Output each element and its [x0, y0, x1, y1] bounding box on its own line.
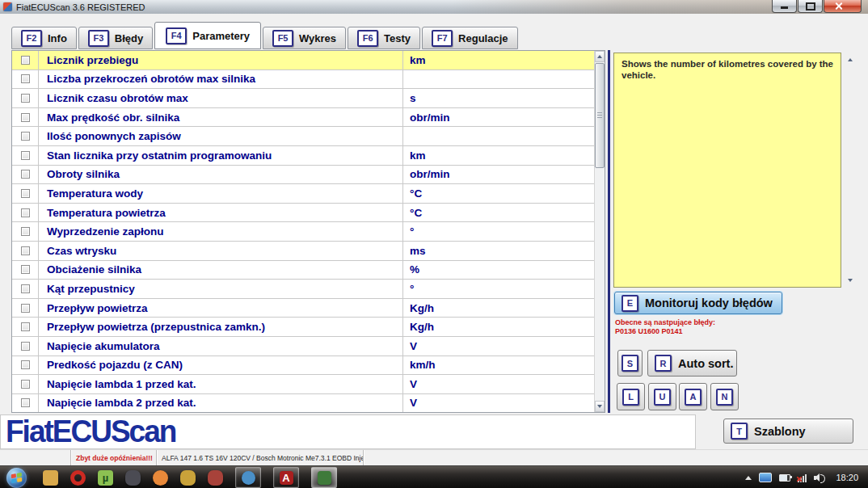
parameter-row[interactable]: Przepływ powietrza (przepustnica zamkn.)… [12, 318, 594, 337]
row-checkbox[interactable] [21, 74, 30, 83]
monitor-button-label: Monitoruj kody błędów [645, 297, 773, 309]
close-button[interactable] [824, 0, 862, 13]
row-checkbox[interactable] [21, 189, 30, 198]
scroll-thumb[interactable] [595, 63, 605, 168]
parameter-row[interactable]: Kąt przepustnicy° [12, 280, 594, 299]
app-yellow-icon[interactable] [180, 470, 196, 486]
tab-f4[interactable]: F4Parametery [154, 22, 261, 49]
fkey-f2-icon: F2 [21, 30, 42, 47]
row-checkbox[interactable] [21, 208, 30, 217]
display-icon[interactable] [759, 473, 772, 482]
parameters-table: Licznik przebiegukmLiczba przekroczeń ob… [11, 50, 605, 413]
parameter-row[interactable]: Predkość pojazdu (z CAN)km/h [12, 356, 594, 376]
row-checkbox[interactable] [21, 304, 30, 313]
row-checkbox[interactable] [21, 227, 30, 236]
quick-l-button[interactable]: L [617, 383, 645, 410]
utorrent-icon[interactable]: µ [98, 470, 113, 486]
row-checkbox[interactable] [21, 322, 30, 331]
parameter-name: Napięcie akumulatora [39, 337, 402, 355]
battery-icon[interactable] [779, 474, 790, 482]
fiatecuscan-logo: FiatECUScan [6, 417, 175, 447]
taskbar-button-fiatecuscan[interactable] [311, 467, 337, 488]
parameter-row[interactable]: Ilość ponownych zapisów [12, 127, 594, 146]
parameter-row[interactable]: Czas wtryskums [12, 242, 594, 261]
network-icon[interactable] [798, 473, 807, 482]
tab-f3[interactable]: F3Błędy [78, 27, 153, 49]
parameter-name: Wyprzedzenie zapłonu [39, 222, 402, 241]
maximize-button[interactable] [798, 0, 823, 13]
table-scrollbar[interactable] [594, 51, 605, 412]
right-panel: Shows the number of kilometres covered b… [608, 50, 860, 413]
minimize-button[interactable] [772, 0, 797, 13]
start-button[interactable] [6, 468, 27, 488]
parameter-name: Liczba przekroczeń obrotów max silnika [39, 70, 402, 89]
parameter-row[interactable]: Obciażenie silnika% [12, 261, 594, 280]
scroll-down-button[interactable] [595, 401, 605, 412]
row-checkbox[interactable] [21, 342, 30, 351]
parameter-name: Napięcie lambda 2 przed kat. [39, 394, 402, 412]
parameter-row[interactable]: Napięcie lambda 2 przed kat.V [12, 394, 594, 412]
window-controls [771, 0, 862, 13]
tab-f6[interactable]: F6Testy [348, 27, 420, 49]
fkey-f5-icon: F5 [272, 30, 293, 47]
auto-sort-button[interactable]: R Auto sort. [647, 350, 737, 377]
flashget-icon[interactable] [153, 470, 168, 486]
parameter-row[interactable]: Liczba przekroczeń obrotów max silnika [12, 70, 594, 90]
parameter-row[interactable]: Licznik przebiegukm [12, 51, 594, 70]
row-checkbox[interactable] [21, 132, 30, 141]
row-checkbox[interactable] [21, 113, 30, 122]
parameter-name: Max prędkość obr. silnika [39, 108, 402, 127]
scroll-up-button[interactable] [595, 51, 605, 62]
parameter-row[interactable]: Napięcie akumulatoraV [12, 337, 594, 356]
sort-s-button[interactable]: S [617, 350, 643, 377]
app-red-icon[interactable] [208, 470, 223, 486]
quick-u-button[interactable]: U [648, 383, 676, 410]
parameter-row[interactable]: Temperatura powietrza°C [12, 204, 594, 223]
explorer-icon[interactable] [43, 470, 58, 486]
parameter-name: Obciażenie silnika [39, 261, 402, 280]
quick-a-button[interactable]: A [679, 383, 707, 410]
checkbox-cell [12, 89, 39, 107]
row-checkbox[interactable] [21, 246, 30, 255]
volume-icon[interactable] [814, 473, 825, 482]
taskbar-button-app-blue[interactable] [235, 467, 261, 488]
hotkey-l-icon: L [622, 389, 639, 406]
app-dark-icon[interactable] [125, 470, 141, 486]
title-bar[interactable]: FiatECUScan 3.6 REGISTERED [0, 0, 868, 14]
parameter-name: Przepływ powietrza [39, 299, 402, 318]
checkbox-cell [12, 318, 39, 336]
parameter-row[interactable]: Przepływ powietrzaKg/h [12, 299, 594, 318]
monitor-error-codes-button[interactable]: E Monitoruj kody błędów [614, 292, 782, 314]
info-scroll-down-icon[interactable] [848, 279, 853, 282]
tab-f5[interactable]: F5Wykres [263, 27, 346, 49]
row-checkbox[interactable] [21, 170, 30, 179]
parameter-row[interactable]: Max prędkość obr. silnikaobr/min [12, 108, 594, 128]
row-checkbox[interactable] [21, 398, 30, 407]
row-checkbox[interactable] [21, 265, 30, 274]
taskbar-clock[interactable]: 18:20 [836, 473, 858, 482]
parameter-row[interactable]: Obroty silnikaobr/min [12, 166, 594, 185]
row-checkbox[interactable] [21, 151, 30, 160]
parameter-row[interactable]: Napięcie lambda 1 przed kat.V [12, 375, 594, 394]
row-checkbox[interactable] [21, 94, 30, 103]
parameter-row[interactable]: Temperatura wody°C [12, 184, 594, 204]
parameter-row[interactable]: Wyprzedzenie zapłonu° [12, 222, 594, 242]
hidden-icons-button[interactable] [745, 476, 752, 480]
taskbar-button-adobe-reader[interactable]: A [273, 467, 299, 488]
parameter-row[interactable]: Licznik czasu obrotów maxs [12, 89, 594, 108]
status-cell-empty [0, 450, 71, 466]
quick-n-button[interactable]: N [710, 383, 739, 410]
row-checkbox[interactable] [21, 380, 30, 389]
tab-f7[interactable]: F7Regulacje [422, 27, 517, 49]
parameter-row[interactable]: Stan licznika przy ostatnim programowani… [12, 146, 594, 166]
row-checkbox[interactable] [21, 56, 30, 65]
row-checkbox[interactable] [21, 360, 30, 369]
tab-f2[interactable]: F2Info [11, 27, 77, 49]
info-scroll-up-icon[interactable] [848, 58, 853, 61]
row-checkbox[interactable] [21, 284, 30, 293]
templates-button[interactable]: T Szablony [723, 419, 853, 444]
windows-logo-icon [11, 472, 23, 482]
checkbox-cell [12, 184, 39, 203]
checkbox-cell [12, 337, 39, 355]
opera-icon[interactable] [70, 470, 86, 486]
